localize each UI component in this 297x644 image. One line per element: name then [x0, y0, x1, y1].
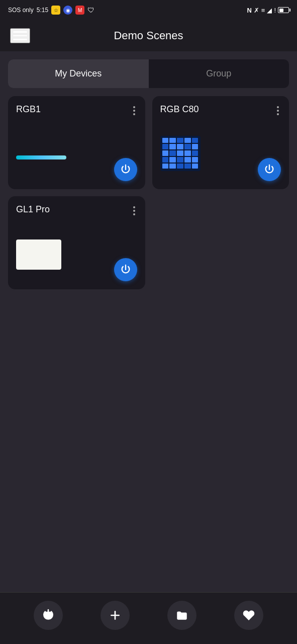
device-card-gl1pro[interactable]: GL1 Pro [8, 196, 145, 289]
led-row [162, 144, 199, 149]
device-card-rgb1[interactable]: RGB1 [8, 96, 145, 189]
led-dot [169, 150, 176, 156]
tab-group[interactable]: Group [149, 59, 289, 88]
app-icon-3: M [75, 6, 84, 15]
hamburger-line-3 [13, 39, 27, 40]
led-dot [177, 150, 183, 156]
led-dot [162, 138, 169, 143]
device-grid: RGB1 RGB C80 [0, 88, 297, 297]
led-dot [184, 144, 191, 149]
hamburger-line-1 [13, 31, 27, 33]
led-dot [184, 164, 191, 169]
options-button-rgb1[interactable] [131, 104, 137, 117]
dot [277, 113, 279, 115]
led-dot [177, 157, 183, 163]
led-dot [184, 157, 191, 163]
status-bar: SOS only 5:15 ☆ ◉ M 🛡 N ✗ ≡ ◢ ! [0, 0, 297, 20]
app-header: Demo Scenes [0, 20, 297, 51]
carrier-text: SOS only [8, 7, 34, 14]
rgbc80-led-panel [160, 136, 201, 171]
nav-folder-button[interactable] [167, 601, 196, 630]
led-dot [169, 138, 176, 143]
dot [133, 206, 135, 208]
led-row [162, 157, 199, 163]
power-icon [120, 164, 131, 175]
dot [133, 213, 135, 215]
led-dot [192, 157, 199, 163]
led-dot [162, 157, 169, 163]
led-row [162, 164, 199, 169]
power-button-gl1pro[interactable] [114, 258, 137, 281]
device-name-gl1pro: GL1 Pro [16, 204, 50, 215]
app-icon-1: ☆ [51, 6, 60, 15]
led-dot [162, 150, 169, 156]
battery-icon [278, 7, 289, 13]
device-card-header-rgbc80: RGB C80 [160, 104, 281, 117]
dot [133, 110, 135, 112]
device-preview-rgb1 [16, 123, 137, 181]
dot [133, 113, 135, 115]
led-row [162, 138, 199, 143]
status-left: SOS only 5:15 ☆ ◉ M 🛡 [8, 6, 94, 15]
led-dot [169, 164, 176, 169]
gl1-light-panel [16, 239, 61, 270]
page-title: Demo Scenes [114, 29, 183, 42]
options-button-rgbc80[interactable] [275, 104, 281, 117]
power-icon [264, 164, 275, 175]
device-preview-gl1pro [16, 223, 137, 281]
menu-button[interactable] [10, 28, 30, 43]
bottom-nav [0, 592, 297, 644]
folder-icon [175, 609, 188, 622]
nfc-icon: N [247, 7, 251, 14]
led-dot [192, 138, 199, 143]
device-name-rgb1: RGB1 [16, 104, 41, 115]
time-text: 5:15 [37, 7, 48, 14]
led-dot [177, 144, 183, 149]
led-dot [169, 144, 176, 149]
led-dot [162, 144, 169, 149]
vibrate-icon: ≡ [261, 7, 265, 14]
power-button-rgbc80[interactable] [258, 158, 281, 181]
main-content: My Devices Group RGB1 [0, 59, 297, 353]
dot [277, 110, 279, 112]
nav-add-button[interactable] [101, 601, 130, 630]
heart-icon [242, 609, 255, 622]
led-row [162, 150, 199, 156]
led-dot [177, 164, 183, 169]
dot [277, 106, 279, 108]
led-dot [177, 138, 183, 143]
power-icon [42, 609, 55, 622]
alert-icon: ! [274, 7, 276, 14]
dot [133, 106, 135, 108]
device-name-rgbc80: RGB C80 [160, 104, 199, 115]
power-icon [120, 264, 131, 275]
nav-power-button[interactable] [34, 601, 63, 630]
tab-bar: My Devices Group [8, 59, 289, 88]
device-preview-rgbc80 [160, 123, 281, 181]
plus-icon [109, 609, 122, 622]
led-dot [169, 157, 176, 163]
led-dot [192, 150, 199, 156]
hamburger-line-2 [13, 35, 27, 37]
bluetooth-icon: ✗ [254, 7, 259, 14]
led-dot [192, 164, 199, 169]
led-dot [192, 144, 199, 149]
led-dot [184, 150, 191, 156]
dot [133, 210, 135, 212]
shield-icon: 🛡 [87, 6, 94, 14]
wifi-icon: ◢ [267, 7, 272, 14]
options-button-gl1pro[interactable] [131, 204, 137, 217]
device-card-rgbc80[interactable]: RGB C80 [152, 96, 289, 189]
nav-favorites-button[interactable] [234, 601, 263, 630]
rgb1-light-bar [16, 155, 66, 159]
device-card-header-rgb1: RGB1 [16, 104, 137, 117]
power-button-rgb1[interactable] [114, 158, 137, 181]
led-dot [162, 164, 169, 169]
tab-my-devices[interactable]: My Devices [8, 59, 149, 88]
device-card-header-gl1pro: GL1 Pro [16, 204, 137, 217]
app-icon-2: ◉ [63, 6, 72, 15]
status-right: N ✗ ≡ ◢ ! [247, 7, 289, 14]
led-dot [184, 138, 191, 143]
